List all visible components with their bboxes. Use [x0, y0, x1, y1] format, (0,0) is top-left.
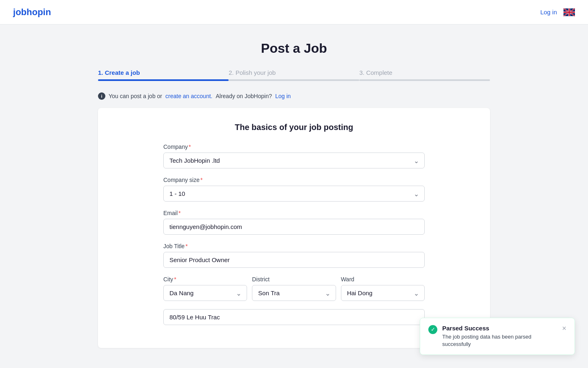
- company-select[interactable]: Tech JobHopin .ltd: [163, 153, 425, 168]
- job-title-label: Job Title*: [163, 243, 425, 249]
- toast-success-icon: ✓: [428, 325, 437, 334]
- already-login-link[interactable]: Log in: [275, 93, 291, 99]
- form-card-title: The basics of your job posting: [163, 123, 425, 132]
- toast-title: Parsed Success: [442, 325, 557, 332]
- info-text-before: You can post a job or: [109, 93, 162, 99]
- district-col: District Son Tra ⌄: [252, 276, 336, 301]
- city-label: City*: [163, 276, 247, 283]
- company-size-label: Company size*: [163, 177, 425, 183]
- info-icon: i: [98, 92, 105, 100]
- company-field-group: Company* Tech JobHopin .ltd ⌄: [163, 144, 425, 168]
- company-size-select-wrapper: 1 - 10 ⌄: [163, 186, 425, 202]
- ward-select[interactable]: Hai Dong: [341, 285, 425, 301]
- toast-notification: ✓ Parsed Success The job posting data ha…: [420, 318, 575, 355]
- company-required: *: [189, 144, 191, 150]
- email-label: Email*: [163, 210, 425, 216]
- logo[interactable]: jobhopin: [13, 7, 51, 18]
- toast-body: The job posting data has been parsed suc…: [442, 333, 557, 348]
- step-1-bar: [98, 79, 229, 81]
- login-link[interactable]: Log in: [540, 9, 557, 16]
- district-select[interactable]: Son Tra: [252, 285, 336, 301]
- toast-close-icon[interactable]: ×: [562, 325, 566, 332]
- header-right: Log in: [540, 8, 575, 16]
- company-label: Company*: [163, 144, 425, 150]
- header: jobhopin Log in: [0, 0, 588, 25]
- company-size-select[interactable]: 1 - 10: [163, 186, 425, 202]
- language-flag-icon[interactable]: [564, 8, 575, 16]
- address-field-group: [163, 309, 425, 325]
- city-select-wrapper: Da Nang ⌄: [163, 285, 247, 301]
- ward-select-wrapper: Hai Dong ⌄: [341, 285, 425, 301]
- step-1[interactable]: 1. Create a job: [98, 69, 229, 81]
- district-select-wrapper: Son Tra ⌄: [252, 285, 336, 301]
- step-1-label: 1. Create a job: [98, 69, 229, 76]
- main-content: Post a Job 1. Create a job 2. Polish you…: [90, 25, 498, 364]
- ward-label: Ward: [341, 276, 425, 283]
- city-col: City* Da Nang ⌄: [163, 276, 247, 301]
- city-required: *: [174, 276, 176, 283]
- job-title-field-group: Job Title*: [163, 243, 425, 268]
- email-input[interactable]: [163, 219, 425, 235]
- email-required: *: [178, 210, 180, 216]
- info-banner: i You can post a job or create an accoun…: [98, 92, 490, 100]
- company-size-field-group: Company size* 1 - 10 ⌄: [163, 177, 425, 202]
- address-input[interactable]: [163, 309, 425, 325]
- info-text-middle: Already on JobHopin?: [216, 93, 272, 99]
- steps-indicator: 1. Create a job 2. Polish your job 3. Co…: [98, 69, 490, 81]
- job-title-input[interactable]: [163, 252, 425, 268]
- step-2[interactable]: 2. Polish your job: [229, 69, 359, 81]
- create-account-link[interactable]: create an account.: [165, 93, 212, 99]
- form-card: The basics of your job posting Company* …: [98, 108, 490, 348]
- logo-text: obhopin: [16, 7, 51, 17]
- ward-col: Ward Hai Dong ⌄: [341, 276, 425, 301]
- step-2-label: 2. Polish your job: [229, 69, 359, 76]
- location-row: City* Da Nang ⌄ District Son Tra ⌄: [163, 276, 425, 301]
- email-field-group: Email*: [163, 210, 425, 235]
- step-3-label: 3. Complete: [359, 69, 490, 76]
- company-select-wrapper: Tech JobHopin .ltd ⌄: [163, 153, 425, 168]
- job-title-required: *: [185, 243, 187, 249]
- step-3-bar: [359, 79, 490, 81]
- page-title: Post a Job: [98, 41, 490, 56]
- toast-content: Parsed Success The job posting data has …: [442, 325, 557, 348]
- step-3[interactable]: 3. Complete: [359, 69, 490, 81]
- company-size-required: *: [200, 177, 203, 183]
- step-2-bar: [229, 79, 359, 81]
- district-label: District: [252, 276, 336, 283]
- city-select[interactable]: Da Nang: [163, 285, 247, 301]
